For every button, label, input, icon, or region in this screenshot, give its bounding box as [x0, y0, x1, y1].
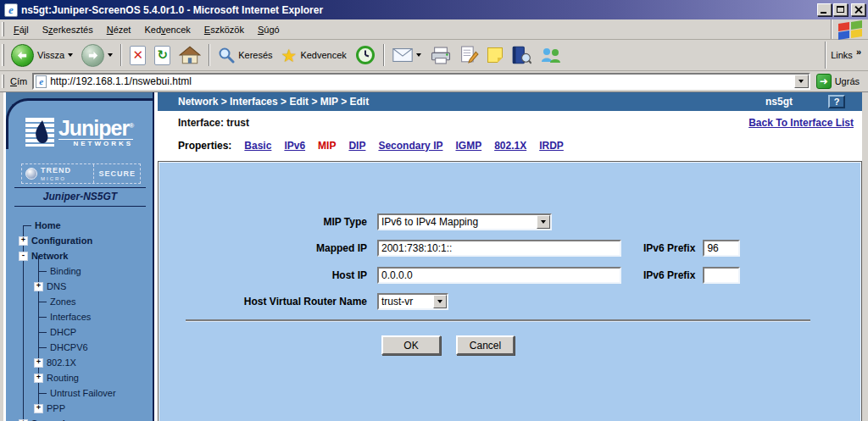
home-icon — [179, 46, 201, 64]
tree-dash — [38, 393, 47, 394]
close-button[interactable] — [851, 3, 865, 16]
select-arrow-button[interactable] — [433, 295, 447, 308]
print-button[interactable] — [426, 42, 456, 69]
discuss-button[interactable] — [483, 42, 507, 69]
back-to-interface-list-link[interactable]: Back To Interface List — [748, 117, 854, 129]
form-panel: MIP Type IPv6 to IPv4 Mapping Mapped IP … — [158, 161, 862, 421]
search-button[interactable]: Keresés — [214, 42, 276, 69]
mail-button[interactable] — [388, 42, 426, 69]
tab-basic[interactable]: Basic — [244, 140, 271, 152]
sidebar-item-interfaces[interactable]: Interfaces — [10, 309, 153, 324]
select-arrow-button[interactable] — [537, 215, 550, 229]
home-button[interactable] — [175, 42, 205, 69]
page-title: Interface: trust — [178, 117, 249, 129]
host-vr-select[interactable]: trust-vr — [377, 293, 448, 310]
sidebar-item-network[interactable]: -Network — [10, 248, 153, 263]
ipv6-prefix-input[interactable] — [703, 240, 740, 257]
ok-button[interactable]: OK — [381, 335, 441, 355]
sidebar-item-binding[interactable]: Binding — [10, 263, 153, 279]
edit-button[interactable] — [456, 42, 483, 69]
sidebar-item-routing[interactable]: +Routing — [10, 370, 153, 385]
address-field: e — [32, 73, 810, 90]
refresh-button[interactable]: ↻ — [150, 42, 175, 69]
registered-mark: ® — [129, 122, 133, 130]
juniper-logo: Juniper® NETWORKS — [6, 116, 153, 147]
search-icon — [218, 47, 235, 64]
address-dropdown-button[interactable] — [794, 75, 809, 88]
expand-icon[interactable]: + — [19, 236, 28, 246]
brand-name: Juniper — [58, 116, 129, 140]
sidebar-item-untrust-failover[interactable]: Untrust Failover — [10, 385, 153, 401]
history-button[interactable] — [351, 42, 380, 69]
sidebar-item-dhcp[interactable]: DHCP — [10, 324, 153, 340]
back-button[interactable]: Vissza — [7, 42, 77, 69]
tab-ipv6[interactable]: IPv6 — [284, 140, 305, 152]
tab-8021x[interactable]: 802.1X — [494, 140, 526, 152]
note-icon — [487, 47, 503, 63]
links-bar[interactable]: Links » — [825, 42, 868, 69]
tab-irdp[interactable]: IRDP — [539, 140, 564, 152]
toolbar-separator — [120, 44, 122, 66]
toolbar-grip-2[interactable] — [2, 44, 4, 65]
host-ip-input[interactable] — [377, 267, 621, 284]
tab-mip[interactable]: MIP — [318, 140, 336, 152]
toolbar-grip[interactable] — [2, 22, 4, 36]
juniper-flame-icon — [25, 118, 54, 147]
expand-icon[interactable]: + — [34, 282, 43, 291]
minimize-button[interactable] — [817, 3, 832, 16]
form-divider — [186, 319, 810, 321]
mip-type-value: IPv6 to IPv4 Mapping — [379, 215, 537, 229]
mip-type-select[interactable]: IPv6 to IPv4 Mapping — [377, 213, 552, 230]
sidebar: Juniper® NETWORKS TREND MICRO SECURE Jun… — [6, 92, 154, 421]
menu-file[interactable]: Fájl — [7, 22, 36, 37]
tree-dash — [38, 347, 47, 348]
help-button[interactable]: ? — [828, 95, 845, 108]
edit-icon — [460, 46, 479, 65]
sidebar-item-ppp[interactable]: +PPP — [10, 401, 153, 416]
menu-tools[interactable]: Eszközök — [198, 22, 251, 37]
menu-view[interactable]: Nézet — [100, 22, 138, 37]
back-label: Vissza — [37, 50, 64, 60]
sidebar-item-configuration[interactable]: +Configuration — [10, 233, 153, 248]
favorites-button[interactable]: ★ Kedvencek — [277, 42, 351, 69]
host-vr-value: trust-vr — [379, 295, 433, 308]
mail-icon — [392, 48, 413, 62]
messenger-button[interactable] — [536, 42, 566, 69]
secure-label: SECURE — [93, 164, 140, 183]
sidebar-item-zones[interactable]: Zones — [10, 294, 153, 309]
host-ipv6-prefix-input[interactable] — [703, 267, 740, 284]
host-vr-label: Host Virtual Router Name — [159, 296, 372, 307]
expand-icon[interactable]: + — [34, 358, 43, 368]
go-button[interactable]: ➜ Ugrás — [814, 72, 865, 91]
tab-igmp[interactable]: IGMP — [455, 140, 481, 152]
sidebar-item-screening[interactable]: +Screening — [10, 416, 153, 421]
toolbar-grip-3[interactable] — [2, 75, 4, 89]
trend-micro-logo: TREND MICRO SECURE — [21, 163, 141, 184]
collapse-icon[interactable]: - — [19, 252, 28, 261]
research-button[interactable] — [507, 42, 536, 69]
tab-secondary-ip[interactable]: Secondary IP — [378, 140, 442, 152]
tab-dip[interactable]: DIP — [348, 140, 365, 152]
menu-help[interactable]: Súgó — [251, 22, 287, 37]
mip-type-row: MIP Type IPv6 to IPv4 Mapping — [159, 213, 552, 230]
sidebar-item-8021x[interactable]: +802.1X — [10, 355, 153, 370]
forward-icon — [81, 44, 104, 67]
expand-icon[interactable]: + — [34, 374, 43, 383]
mapped-ip-label: Mapped IP — [159, 242, 372, 254]
mapped-ip-input[interactable] — [377, 240, 621, 257]
stop-button[interactable]: ✕ — [125, 42, 150, 69]
forward-button[interactable] — [77, 42, 117, 69]
sidebar-item-dns[interactable]: +DNS — [10, 279, 153, 294]
maximize-button[interactable] — [833, 3, 848, 16]
menu-favorites[interactable]: Kedvencek — [137, 22, 197, 37]
menu-edit[interactable]: Szerkesztés — [36, 22, 100, 37]
address-label: Cím — [7, 76, 32, 86]
toolbar-separator — [209, 44, 210, 66]
sidebar-item-home[interactable]: Home — [10, 218, 153, 233]
tree-dash — [38, 317, 47, 318]
nav-tree: Home +Configuration -Network Binding +DN… — [10, 218, 153, 421]
sidebar-item-dhcpv6[interactable]: DHCPV6 — [10, 340, 153, 355]
cancel-button[interactable]: Cancel — [456, 335, 515, 355]
expand-icon[interactable]: + — [34, 404, 43, 413]
url-input[interactable] — [50, 75, 793, 87]
